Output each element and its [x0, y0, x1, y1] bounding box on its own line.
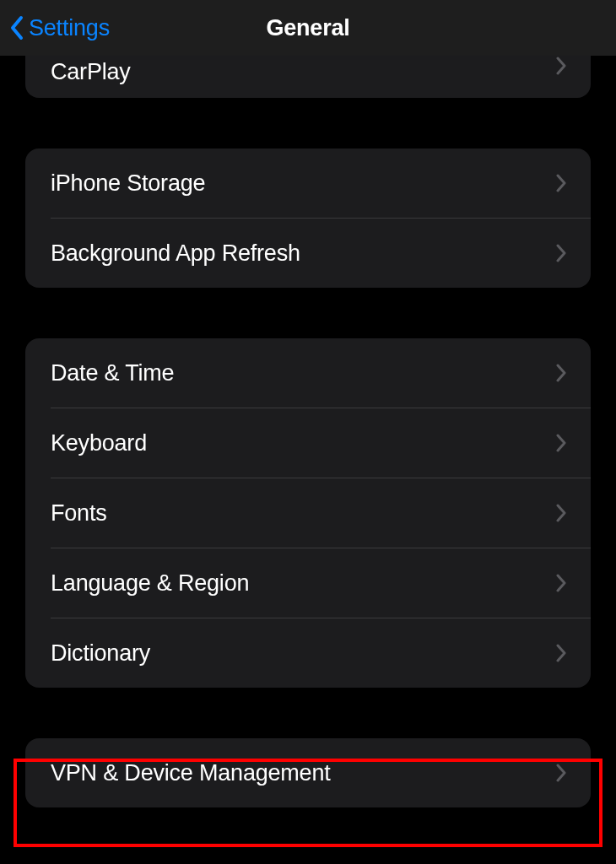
row-carplay[interactable]: CarPlay [25, 56, 591, 98]
chevron-right-icon [555, 763, 567, 783]
row-keyboard[interactable]: Keyboard [25, 408, 591, 478]
row-iphone-storage[interactable]: iPhone Storage [25, 148, 591, 218]
row-vpn-device-management[interactable]: VPN & Device Management [25, 738, 591, 807]
settings-group-system: Date & Time Keyboard Fonts [25, 338, 591, 688]
settings-group-vpn: VPN & Device Management [25, 738, 591, 807]
row-fonts[interactable]: Fonts [25, 478, 591, 548]
chevron-left-icon [10, 15, 25, 40]
row-label: Dictionary [51, 640, 150, 667]
settings-group-storage: iPhone Storage Background App Refresh [25, 148, 591, 288]
settings-content: CarPlay iPhone Storage Background App Re… [0, 56, 616, 807]
row-label: Language & Region [51, 570, 249, 597]
row-label: iPhone Storage [51, 170, 205, 197]
row-label: Background App Refresh [51, 240, 300, 267]
row-label: VPN & Device Management [51, 760, 331, 786]
row-label: Keyboard [51, 430, 147, 456]
chevron-right-icon [555, 56, 567, 76]
row-label: CarPlay [51, 56, 131, 88]
settings-group-carplay: CarPlay [25, 56, 591, 98]
chevron-right-icon [555, 173, 567, 193]
row-dictionary[interactable]: Dictionary [25, 618, 591, 688]
row-label: Fonts [51, 500, 107, 526]
back-button[interactable]: Settings [10, 15, 110, 41]
chevron-right-icon [555, 363, 567, 383]
back-label: Settings [29, 15, 110, 41]
chevron-right-icon [555, 503, 567, 523]
row-date-time[interactable]: Date & Time [25, 338, 591, 408]
row-label: Date & Time [51, 360, 174, 386]
page-title: General [266, 15, 349, 41]
row-language-region[interactable]: Language & Region [25, 548, 591, 618]
navigation-bar: Settings General [0, 0, 616, 56]
chevron-right-icon [555, 243, 567, 263]
chevron-right-icon [555, 573, 567, 593]
chevron-right-icon [555, 643, 567, 663]
row-background-app-refresh[interactable]: Background App Refresh [25, 219, 591, 288]
chevron-right-icon [555, 433, 567, 453]
